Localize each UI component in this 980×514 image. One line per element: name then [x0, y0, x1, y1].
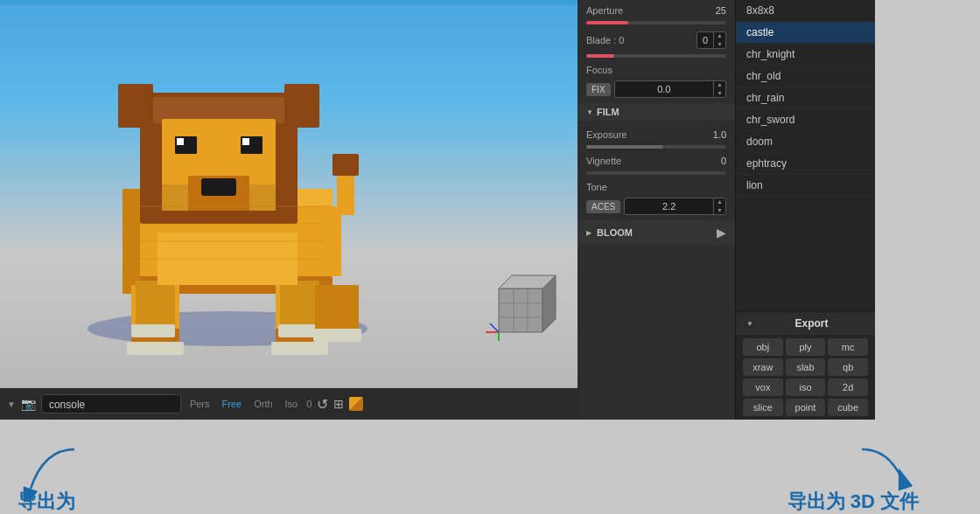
export-mc[interactable]: mc: [828, 338, 868, 356]
blade-down[interactable]: ▼: [714, 40, 725, 49]
aperture-slider[interactable]: [586, 21, 726, 24]
scene-item-chr-old[interactable]: chr_old: [736, 66, 875, 87]
focus-up[interactable]: ▲: [714, 80, 725, 89]
vignette-row: Vignette 0: [586, 156, 726, 166]
export-section: ▼ Export obj ply mc xraw slab qb vox iso…: [736, 311, 875, 420]
svg-rect-34: [337, 171, 354, 215]
view-iso[interactable]: Iso: [282, 397, 302, 411]
toolbar-arrow[interactable]: ▼: [7, 399, 16, 409]
rotate-icon[interactable]: ↺: [317, 396, 328, 413]
blade-value: 0: [697, 35, 713, 45]
export-xraw[interactable]: xraw: [743, 358, 783, 376]
view-free[interactable]: Free: [219, 397, 246, 411]
focus-stepper[interactable]: 0.0 ▲ ▼: [614, 80, 726, 98]
export-slab[interactable]: slab: [786, 358, 826, 376]
focus-label: Focus: [586, 65, 612, 75]
toolbar-number: 0: [306, 399, 312, 409]
export-cube[interactable]: cube: [828, 399, 868, 416]
focus-value: 0.0: [615, 84, 714, 94]
svg-rect-23: [271, 342, 328, 355]
blade-up[interactable]: ▲: [714, 31, 725, 40]
viewport-content: [0, 5, 578, 388]
aperture-value: 25: [716, 5, 726, 16]
svg-rect-25: [131, 324, 175, 337]
bloom-label: BLOOM: [597, 227, 633, 238]
export-point[interactable]: point: [786, 399, 826, 416]
svg-rect-11: [242, 138, 249, 145]
vignette-slider[interactable]: [586, 171, 726, 175]
blade-label: Blade : 0: [586, 35, 624, 45]
scene-item-doom[interactable]: doom: [736, 131, 875, 153]
export-2d[interactable]: 2d: [828, 379, 868, 396]
svg-rect-20: [127, 342, 184, 355]
orientation-cube: [486, 267, 560, 344]
export-iso[interactable]: iso: [786, 379, 826, 396]
export-header: ▼ Export: [736, 312, 875, 335]
scene-item-chr-rain[interactable]: chr_rain: [736, 87, 875, 109]
tone-stepper[interactable]: 2.2 ▲ ▼: [624, 198, 726, 215]
tone-field: ACES 2.2 ▲ ▼: [586, 198, 726, 215]
svg-rect-33: [324, 206, 341, 276]
exposure-value: 1.0: [713, 129, 726, 140]
scene-item-chr-sword[interactable]: chr_sword: [736, 109, 875, 131]
svg-rect-10: [177, 138, 184, 145]
scene-item-lion[interactable]: lion: [736, 175, 875, 197]
vignette-label: Vignette: [586, 156, 621, 166]
scene-item-chr-knight[interactable]: chr_knight: [736, 44, 875, 66]
console-label[interactable]: console: [41, 394, 181, 413]
film-triangle: ▼: [586, 108, 593, 116]
right-panel: Aperture 25 Blade : 0 0 ▲ ▼: [578, 0, 980, 420]
export-slice[interactable]: slice: [743, 399, 783, 416]
toolbar-cube[interactable]: [349, 397, 363, 411]
photo-export-label: 导出为照片: [18, 490, 75, 514]
aces-button[interactable]: ACES: [586, 200, 620, 213]
camera-panel: Aperture 25 Blade : 0 0 ▲ ▼: [578, 0, 735, 420]
viewport: ▼ 📷 console Pers Free Orth Iso 0 ↺ ⊞: [0, 0, 578, 420]
film-section-header: ▼ FILM: [578, 103, 735, 121]
scene-item-8x8x8[interactable]: 8x8x8: [736, 0, 875, 22]
export-obj[interactable]: obj: [743, 338, 783, 356]
aperture-row: Aperture 25: [586, 5, 726, 16]
focus-down[interactable]: ▼: [714, 89, 725, 98]
film-title: FILM: [597, 107, 620, 117]
grid-icon[interactable]: ⊞: [333, 397, 344, 411]
tone-down[interactable]: ▼: [714, 206, 725, 215]
export-vox[interactable]: vox: [743, 379, 783, 396]
exposure-label: Exposure: [586, 129, 626, 140]
export-ply[interactable]: ply: [786, 338, 826, 356]
blade-stepper[interactable]: 0 ▲ ▼: [696, 31, 726, 49]
svg-rect-17: [284, 84, 319, 128]
right-annotation: 导出为 3D 文件: [849, 441, 919, 505]
vignette-value: 0: [721, 156, 726, 166]
bloom-section-header: ▶ BLOOM ▶: [578, 220, 735, 245]
export-qb[interactable]: qb: [828, 358, 868, 376]
aperture-section: Aperture 25 Blade : 0 0 ▲ ▼: [578, 0, 735, 103]
exposure-slider[interactable]: [586, 145, 726, 149]
tone-up[interactable]: ▲: [714, 198, 725, 206]
svg-line-47: [490, 323, 499, 332]
view-pers[interactable]: Pers: [186, 397, 214, 411]
svg-rect-35: [332, 154, 359, 176]
scene-item-ephtracy[interactable]: ephtracy: [736, 153, 875, 175]
blade-slider[interactable]: [586, 54, 726, 58]
svg-rect-13: [201, 178, 236, 196]
tone-label: Tone: [586, 182, 607, 192]
svg-rect-16: [118, 84, 153, 128]
camera-icon[interactable]: 📷: [21, 397, 36, 411]
film-section: Exposure 1.0 Vignette 0: [578, 124, 735, 220]
fix-button[interactable]: FIX: [586, 83, 611, 96]
bottom-section: 导出为照片 导出为 3D 文件: [0, 420, 980, 514]
bloom-play[interactable]: ▶: [717, 226, 726, 240]
tone-row: Tone: [586, 182, 726, 192]
scene-panel: 8x8x8 castle chr_knight chr_old chr_rain…: [735, 0, 875, 420]
svg-rect-37: [313, 329, 361, 342]
viewport-toolbar: ▼ 📷 console Pers Free Orth Iso 0 ↺ ⊞: [0, 388, 578, 420]
view-orth[interactable]: Orth: [250, 397, 276, 411]
bloom-triangle: ▶: [586, 229, 592, 237]
export-title: Export: [759, 317, 864, 330]
focus-row: Focus: [586, 65, 726, 75]
right-annotation-text: 导出为 3D 文件: [788, 489, 919, 514]
left-annotation-text: 导出为照片: [18, 489, 88, 514]
scene-item-castle[interactable]: castle: [736, 22, 875, 44]
scene-scroll[interactable]: 8x8x8 castle chr_knight chr_old chr_rain…: [736, 0, 875, 311]
